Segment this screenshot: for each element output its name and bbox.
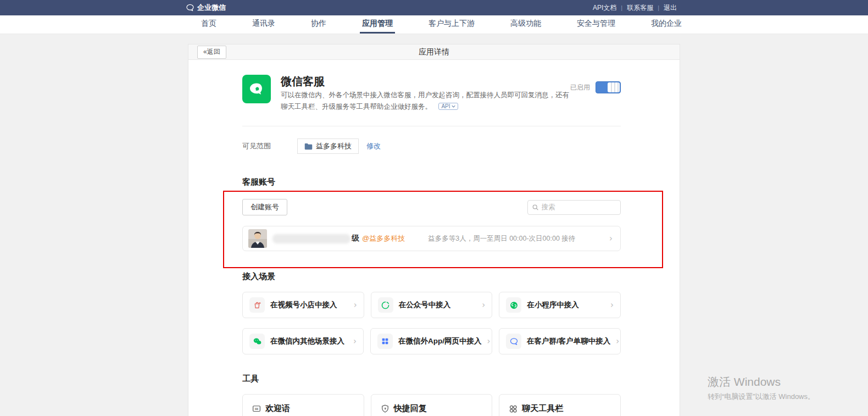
app-grid-icon <box>377 334 393 349</box>
tool-card-title: 欢迎语 <box>265 403 290 414</box>
contact-support-link[interactable]: 联系客服 <box>627 3 653 13</box>
visible-range-tag: 益多多科技 <box>297 138 359 154</box>
scene-card-label: 在微信内其他场景接入 <box>270 336 344 346</box>
panel-header: «返回 应用详情 <box>188 45 680 60</box>
nav-app-management[interactable]: 应用管理 <box>360 15 395 34</box>
scene-card-customer-chat[interactable]: 在客户群/客户单聊中接入 › <box>499 328 621 354</box>
tool-card-welcome[interactable]: Hi 欢迎语 客户进入咨询会话时，将收到欢迎语。欢迎语支持添加知识库问答，添加后… <box>242 394 364 416</box>
separator: | <box>621 4 622 11</box>
scene-card-external-app[interactable]: 在微信外App/网页中接入 › <box>370 328 492 354</box>
chevron-right-icon: › <box>354 300 357 310</box>
status-label: 已启用 <box>570 81 590 93</box>
content-area: «返回 应用详情 微信客服 可以在微信内、外各个场景中接入微信客服，用户发起咨询… <box>0 34 868 416</box>
scene-card-wechat-other[interactable]: 在微信内其他场景接入 › <box>242 328 364 354</box>
api-tag-label: API <box>441 103 450 109</box>
nav-contacts[interactable]: 通讯录 <box>250 15 277 34</box>
channels-shop-icon <box>249 297 265 313</box>
page-title: 应用详情 <box>188 47 680 57</box>
scene-card-label: 在视频号小店中接入 <box>270 300 337 310</box>
avatar <box>248 229 267 248</box>
scene-card-miniprogram[interactable]: 在小程序中接入 › <box>499 292 621 318</box>
scene-row-1: 在视频号小店中接入 › 在公众号中接入 › 在小程序中接入 › <box>242 292 621 318</box>
watermark-line2: 转到“电脑设置”以激活 Windows。 <box>708 392 815 402</box>
search-box <box>527 200 621 215</box>
search-icon <box>532 204 539 211</box>
app-header: 微信客服 可以在微信内、外各个场景中接入微信客服，用户发起咨询，配置接待人员即可… <box>242 75 621 112</box>
chevron-down-icon <box>452 105 455 108</box>
chevron-right-icon: › <box>353 336 357 346</box>
tools-row: Hi 欢迎语 客户进入咨询会话时，将收到欢迎语。欢迎语支持添加知识库问答，添加后… <box>242 394 621 416</box>
scene-card-channels-shop[interactable]: 在视频号小店中接入 › <box>242 292 364 318</box>
miniprogram-icon <box>506 297 521 313</box>
visible-range-value: 益多多科技 <box>316 141 352 151</box>
topbar-links: API文档 | 联系客服 | 退出 <box>593 3 677 13</box>
nav-customers[interactable]: 客户与上下游 <box>426 15 477 34</box>
create-account-button[interactable]: 创建账号 <box>242 199 287 215</box>
watermark-line1: 激活 Windows <box>708 374 815 390</box>
visible-range-row: 可见范围 益多多科技 修改 <box>242 138 621 154</box>
scene-section-title: 接入场景 <box>242 271 621 282</box>
chevron-right-icon: › <box>610 300 614 310</box>
api-dropdown[interactable]: API <box>438 103 458 110</box>
scene-row-2: 在微信内其他场景接入 › 在微信外App/网页中接入 › 在客户群/客户单聊中接… <box>242 328 621 354</box>
topbar: 企业微信 API文档 | 联系客服 | 退出 <box>0 0 868 15</box>
tool-card-quick-reply[interactable]: 快捷回复 企业可为接待人员统一配置快捷回复，接待人员还可自己添加，添加后，接待人… <box>371 394 493 416</box>
chevron-right-icon: › <box>616 336 619 346</box>
folder-icon <box>304 143 313 150</box>
tool-card-title: 快捷回复 <box>394 403 427 414</box>
tools-section-title: 工具 <box>242 374 621 384</box>
chat-toolbar-icon <box>508 404 518 414</box>
account-section-title: 客服账号 <box>242 177 621 187</box>
nav-security[interactable]: 安全与管理 <box>575 15 617 34</box>
app-meta: 微信客服 可以在微信内、外各个场景中接入微信客服，用户发起咨询，配置接待人员即可… <box>281 75 570 112</box>
chevron-right-icon: › <box>487 336 491 346</box>
nav-collaboration[interactable]: 协作 <box>309 15 329 34</box>
separator: | <box>658 4 659 11</box>
account-name-redacted <box>272 234 350 243</box>
enable-toggle[interactable] <box>596 81 621 93</box>
brand-name: 企业微信 <box>197 3 226 13</box>
wecom-bubble-icon <box>186 3 194 12</box>
logout-link[interactable]: 退出 <box>664 3 677 13</box>
scene-card-label: 在公众号中接入 <box>399 300 451 310</box>
chevron-right-icon: › <box>482 300 485 310</box>
visible-range-label: 可见范围 <box>242 141 297 151</box>
account-toolbar: 创建账号 <box>242 199 621 215</box>
divider <box>242 126 621 126</box>
svg-text:Hi: Hi <box>255 407 258 411</box>
scene-card-label: 在微信外App/网页中接入 <box>398 336 482 346</box>
tool-card-chat-toolbar[interactable]: 聊天工具栏 企业可将应用页面配置到聊天工具栏，方便接待人员在客服聊天中查看和使用… <box>499 394 621 416</box>
windows-activation-watermark: 激活 Windows 转到“电脑设置”以激活 Windows。 <box>708 374 815 402</box>
nav-advanced[interactable]: 高级功能 <box>508 15 543 34</box>
app-status: 已启用 <box>570 75 621 112</box>
account-row[interactable]: 级 @益多多科技 益多多等3人，周一至周日 00:00-次日00:00 接待 › <box>242 226 621 251</box>
hi-greeting-icon: Hi <box>252 404 261 414</box>
chevron-right-icon: › <box>609 234 613 243</box>
account-mention: @益多多科技 <box>362 234 405 243</box>
brand-logo: 企业微信 <box>186 3 226 13</box>
edit-range-link[interactable]: 修改 <box>366 141 381 151</box>
main-nav: 首页 通讯录 协作 应用管理 客户与上下游 高级功能 安全与管理 我的企业 <box>0 15 868 34</box>
toggle-knob <box>608 82 620 92</box>
app-description: 可以在微信内、外各个场景中接入微信客服，用户发起咨询，配置接待人员即可回复消息，… <box>281 91 569 110</box>
tool-card-title: 聊天工具栏 <box>522 403 563 414</box>
search-input[interactable] <box>542 203 616 211</box>
scene-card-label: 在客户群/客户单聊中接入 <box>527 336 610 346</box>
scene-card-label: 在小程序中接入 <box>527 300 579 310</box>
app-name: 微信客服 <box>281 75 570 88</box>
nav-my-company[interactable]: 我的企业 <box>649 15 684 34</box>
account-name-suffix: 级 <box>352 234 359 243</box>
api-doc-link[interactable]: API文档 <box>593 3 616 13</box>
account-info: 益多多等3人，周一至周日 00:00-次日00:00 接待 <box>428 234 575 243</box>
quick-reply-icon <box>380 404 390 414</box>
nav-home[interactable]: 首页 <box>199 15 219 34</box>
app-detail-panel: «返回 应用详情 微信客服 可以在微信内、外各个场景中接入微信客服，用户发起咨询… <box>188 44 680 416</box>
wechat-kf-app-icon <box>242 75 271 103</box>
wecom-chat-icon <box>506 334 521 349</box>
official-account-icon <box>378 297 393 313</box>
wechat-icon <box>249 334 265 349</box>
scene-card-official-account[interactable]: 在公众号中接入 › <box>371 292 493 318</box>
